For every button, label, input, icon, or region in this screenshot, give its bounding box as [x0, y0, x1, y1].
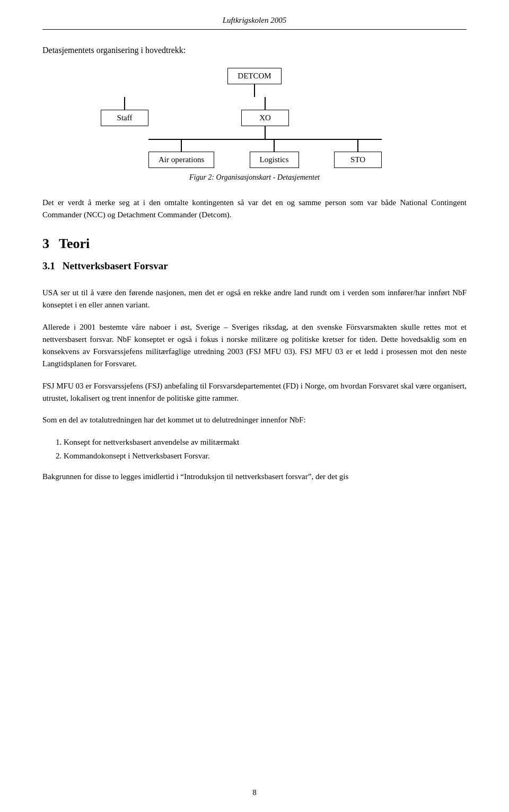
list-item-1: Konsept for nettverksbasert anvendelse a…	[64, 436, 467, 448]
org-line-to-sto	[357, 140, 358, 152]
section3-closing: Bakgrunnen for disse to legges imidlerti…	[42, 471, 467, 483]
org-airops-col: Air operations	[148, 140, 214, 168]
org-box-xo: XO	[241, 110, 289, 126]
org-box-airoperations: Air operations	[148, 152, 214, 168]
org-box-detcom: DETCOM	[227, 68, 281, 84]
org-line-detcom-to-staffxo	[254, 84, 255, 97]
org-line-center	[265, 97, 266, 110]
subsection31-title: Nettverksbasert Forsvar	[63, 260, 168, 272]
section3-title: Teori	[59, 236, 90, 252]
subsection31-number: 3.1	[42, 260, 55, 272]
org-line-to-logistics	[274, 140, 275, 152]
intro-heading: Detasjementets organisering i hovedtrekk…	[42, 46, 467, 55]
org-hbar-children	[148, 139, 382, 140]
page-number: 8	[252, 788, 257, 797]
org-line-xo-down	[265, 126, 266, 139]
section3-number: 3	[42, 236, 49, 252]
org-box-staff: Staff	[101, 110, 148, 126]
section3-para-0: USA ser ut til å være den førende nasjon…	[42, 287, 467, 312]
section3-list: Konsept for nettverksbasert anvendelse a…	[64, 436, 467, 462]
org-staff-col: Staff	[101, 97, 148, 126]
figure-caption: Figur 2: Organisasjonskart - Detasjement…	[42, 173, 467, 182]
org-box-sto: STO	[334, 152, 382, 168]
org-chart: DETCOM Staff XO	[42, 68, 467, 168]
org-line-to-staff	[124, 97, 125, 110]
body-paragraph-1: Det er verdt å merke seg at i den omtalt…	[42, 197, 467, 222]
page-header: Luftkrigskolen 2005	[42, 16, 467, 30]
page-footer: 8	[42, 788, 467, 797]
section3-para-1: Allerede i 2001 bestemte våre naboer i ø…	[42, 321, 467, 370]
org-line-to-airops	[181, 140, 182, 152]
org-sto-col: STO	[334, 140, 382, 168]
org-box-logistics: Logistics	[250, 152, 299, 168]
header-title: Luftkrigskolen 2005	[223, 16, 286, 24]
org-logistics-col: Logistics	[250, 140, 299, 168]
section3-para-5: FSJ MFU 03 er Forsvarssjefens (FSJ) anbe…	[42, 380, 467, 405]
page: Luftkrigskolen 2005 Detasjementets organ…	[0, 0, 509, 812]
section3-para-6: Som en del av totalutredningen har det k…	[42, 414, 467, 426]
list-item-2: Kommandokonsept i Nettverksbasert Forsva…	[64, 449, 467, 462]
